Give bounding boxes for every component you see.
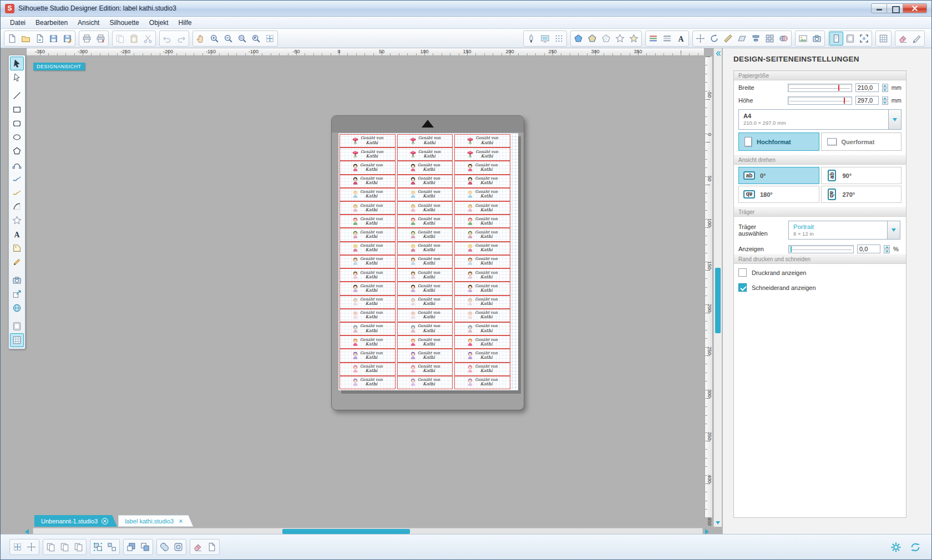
label-sticker[interactable]: Genäht vonKathi [340,188,396,201]
label-sticker[interactable]: Genäht vonKathi [340,296,396,309]
label-sticker[interactable]: Genäht vonKathi [454,201,510,215]
text-style-panel-button[interactable]: A [674,32,688,45]
zoom-out-button[interactable] [221,32,235,45]
menu-datei[interactable]: Datei [5,18,31,28]
label-sticker[interactable]: Genäht vonKathi [397,363,453,376]
tab-label-kathi[interactable]: label kathi.studio3 [118,515,193,527]
label-sticker[interactable]: Genäht vonKathi [454,188,510,201]
label-sticker[interactable]: Genäht vonKathi [340,268,396,282]
ungroup-button[interactable] [105,540,119,554]
reveal-input[interactable] [857,245,880,253]
label-sticker[interactable]: Genäht vonKathi [454,376,510,389]
spin-down-icon[interactable] [882,101,888,105]
regular-polygon-tool[interactable] [10,213,24,227]
label-sticker[interactable]: Genäht vonKathi [454,215,510,228]
label-sticker[interactable]: Genäht vonKathi [340,228,396,241]
minimize-button[interactable] [871,3,887,13]
tab-unbenannt-1[interactable]: Unbenannt-1.studio3 [34,515,117,527]
spin-up-icon[interactable] [884,245,890,249]
label-sticker[interactable]: Genäht vonKathi [397,309,453,322]
fill-color-panel-button[interactable] [571,32,585,45]
label-sticker[interactable]: Genäht vonKathi [397,134,453,147]
text-tool[interactable]: A [10,227,24,241]
width-slider[interactable] [788,84,852,92]
portrait-button[interactable]: Hochformat [738,133,819,151]
panel-collapse-button[interactable] [714,49,722,58]
label-sticker[interactable]: Genäht vonKathi [397,147,453,161]
cutting-mat[interactable]: Genäht vonKathiGenäht vonKathiGenäht von… [331,115,524,410]
paper-size-select[interactable]: A4 210.0 × 297.0 mm [738,109,901,130]
label-sticker[interactable]: Genäht vonKathi [340,349,396,362]
gradient-fill-panel-button[interactable] [585,32,599,45]
label-sticker[interactable]: Genäht vonKathi [454,175,510,188]
label-sticker[interactable]: Genäht vonKathi [340,175,396,188]
drag-zoom-button[interactable] [249,32,263,45]
line-tool[interactable] [10,89,24,103]
label-sticker[interactable]: Genäht vonKathi [340,255,396,268]
duplicate-left-button[interactable] [44,540,58,554]
label-sticker[interactable]: Genäht vonKathi [454,296,510,309]
scroll-left-arrow-icon[interactable] [25,529,29,534]
label-sticker[interactable]: Genäht vonKathi [454,161,510,174]
label-sticker[interactable]: Genäht vonKathi [340,201,396,215]
mat-settings-button[interactable] [843,32,857,45]
redo-button[interactable] [174,32,188,45]
dropdown-arrow-icon[interactable] [888,110,901,129]
page-settings-button[interactable] [829,32,843,45]
tab-close-icon[interactable] [178,518,184,525]
label-sticker[interactable]: Genäht vonKathi [454,134,510,147]
rectangle-tool[interactable] [10,103,24,116]
align-panel-button[interactable] [749,32,763,45]
label-sticker[interactable]: Genäht vonKathi [454,322,510,335]
rotate-panel-button[interactable] [707,32,721,45]
slider-marker[interactable] [791,246,792,252]
bring-to-front-button[interactable] [124,540,138,554]
label-sticker[interactable]: Genäht vonKathi [397,242,453,255]
vertical-scrollbar[interactable] [713,48,722,527]
trace-panel-button[interactable] [796,32,810,45]
modify-panel-button[interactable] [777,32,791,45]
height-slider[interactable] [788,96,852,105]
landscape-button[interactable]: Querformat [821,133,902,151]
media-select[interactable]: Portrait 8 × 12 in [788,221,900,240]
note-tool[interactable] [10,241,24,255]
smooth-freehand-tool[interactable] [10,186,24,200]
label-sticker[interactable]: Genäht vonKathi [340,376,396,389]
group-button[interactable] [91,540,105,554]
label-sticker[interactable]: Genäht vonKathi [340,242,396,255]
pop-out-view-tool[interactable] [10,287,24,301]
trace-by-color-button[interactable] [810,32,824,45]
replicate-panel-button[interactable] [763,32,777,45]
spin-up-icon[interactable] [882,84,888,88]
maximize-button[interactable] [887,3,903,13]
print-settings-button[interactable] [94,32,108,45]
duplicate-right-button[interactable] [58,540,72,554]
label-sticker[interactable]: Genäht vonKathi [454,147,510,161]
label-sticker[interactable]: Genäht vonKathi [454,282,510,295]
label-sticker[interactable]: Genäht vonKathi [397,228,453,241]
show-mat-tool[interactable] [10,319,24,333]
label-sticker[interactable]: Genäht vonKathi [340,335,396,349]
knife-button[interactable] [910,32,924,45]
zoom-selection-button[interactable] [235,32,249,45]
eraser-button[interactable] [896,32,910,45]
sketch-panel-button[interactable] [613,32,627,45]
horizontal-scrollbar[interactable] [33,528,703,534]
label-sticker[interactable]: Genäht vonKathi [340,161,396,174]
weld-button[interactable] [158,540,171,554]
fit-to-page-button[interactable] [263,32,277,45]
rhinestone-panel-button[interactable] [627,32,641,45]
show-grid-tool[interactable] [10,333,24,347]
save-button[interactable] [47,32,60,45]
undo-button[interactable] [160,32,174,45]
label-sticker[interactable]: Genäht vonKathi [454,363,510,376]
draw-tool[interactable] [10,255,24,269]
menu-objekt[interactable]: Objekt [144,18,174,28]
spin-up-icon[interactable] [882,96,888,100]
label-sticker[interactable]: Genäht vonKathi [397,322,453,335]
label-sticker[interactable]: Genäht vonKathi [340,215,396,228]
send-to-silhouette-button[interactable] [538,32,552,45]
pixscan-tool[interactable] [10,273,24,287]
label-sticker[interactable]: Genäht vonKathi [454,309,510,322]
label-sticker[interactable]: Genäht vonKathi [397,349,453,362]
